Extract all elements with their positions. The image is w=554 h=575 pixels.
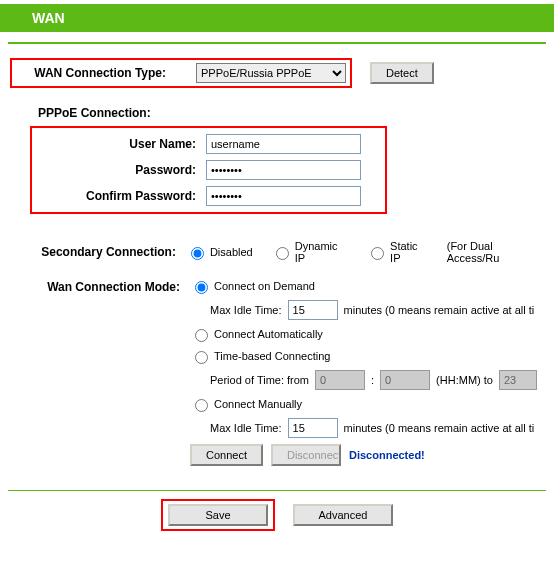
wan-type-label: WAN Connection Type: <box>16 66 176 80</box>
save-button[interactable]: Save <box>168 504 268 526</box>
wan-mode-label: Wan Connection Mode: <box>10 278 190 294</box>
confirm-password-label: Confirm Password: <box>36 189 206 203</box>
max-idle-input-1[interactable] <box>288 300 338 320</box>
secondary-disabled-radio[interactable] <box>191 247 204 260</box>
confirm-password-input[interactable] <box>206 186 361 206</box>
secondary-static-option[interactable]: Static IP <box>366 240 429 264</box>
mode-auto-radio[interactable] <box>195 329 208 342</box>
hhmm-label: (HH:MM) to <box>436 374 493 386</box>
detect-button[interactable]: Detect <box>370 62 434 84</box>
content-area: WAN Connection Type: PPPoE/Russia PPPoE … <box>0 44 554 476</box>
wan-type-highlight-box: WAN Connection Type: PPPoE/Russia PPPoE <box>10 58 352 88</box>
username-input[interactable] <box>206 134 361 154</box>
mode-manual-option[interactable]: Connect Manually <box>190 396 302 412</box>
pppoe-section-title: PPPoE Connection: <box>38 106 544 120</box>
wan-type-select[interactable]: PPPoE/Russia PPPoE <box>196 63 346 83</box>
secondary-dynamic-option[interactable]: Dynamic IP <box>271 240 348 264</box>
advanced-button[interactable]: Advanced <box>293 504 393 526</box>
mode-on-demand-option[interactable]: Connect on Demand <box>190 278 315 294</box>
mode-time-option[interactable]: Time-based Connecting <box>190 348 330 364</box>
mode-auto-option[interactable]: Connect Automatically <box>190 326 323 342</box>
mode-manual-radio[interactable] <box>195 399 208 412</box>
period-label: Period of Time: from <box>210 374 309 386</box>
page-title-bar: WAN <box>0 4 554 32</box>
period-from-input <box>315 370 365 390</box>
password-input[interactable] <box>206 160 361 180</box>
divider-bottom <box>8 490 546 491</box>
mode-on-demand-radio[interactable] <box>195 281 208 294</box>
secondary-disabled-option[interactable]: Disabled <box>186 244 253 260</box>
minutes-note-2: minutes (0 means remain active at all ti <box>344 422 535 434</box>
username-label: User Name: <box>36 137 206 151</box>
period-to-input <box>380 370 430 390</box>
period-end-input <box>499 370 537 390</box>
password-label: Password: <box>36 163 206 177</box>
secondary-note: (For Dual Access/Ru <box>447 240 544 264</box>
connect-button[interactable]: Connect <box>190 444 263 466</box>
secondary-dynamic-radio[interactable] <box>276 247 289 260</box>
max-idle-label-2: Max Idle Time: <box>210 422 282 434</box>
save-highlight-box: Save <box>161 499 275 531</box>
max-idle-label-1: Max Idle Time: <box>210 304 282 316</box>
secondary-static-radio[interactable] <box>371 247 384 260</box>
secondary-connection-label: Secondary Connection: <box>10 245 186 259</box>
pppoe-highlight-box: User Name: Password: Confirm Password: <box>30 126 387 214</box>
mode-time-radio[interactable] <box>195 351 208 364</box>
page-title: WAN <box>32 10 65 26</box>
max-idle-input-2[interactable] <box>288 418 338 438</box>
minutes-note-1: minutes (0 means remain active at all ti <box>344 304 535 316</box>
disconnect-button: Disconnect <box>271 444 341 466</box>
connection-status: Disconnected! <box>349 449 425 461</box>
